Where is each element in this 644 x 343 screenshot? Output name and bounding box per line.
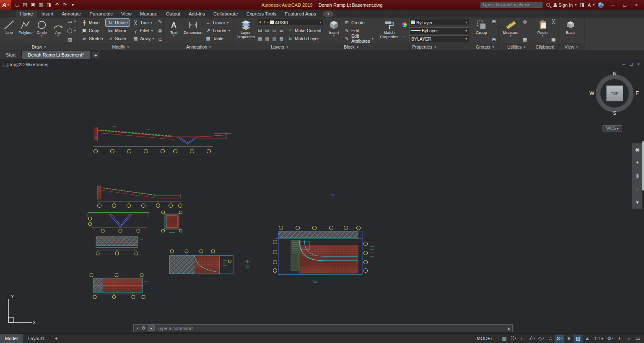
- arc-button[interactable]: Arc▾: [51, 18, 66, 43]
- viewport-minimize-icon[interactable]: –: [623, 62, 625, 67]
- text-button[interactable]: A Text▾: [165, 18, 182, 43]
- viewcube[interactable]: N S W E TOP: [593, 72, 636, 115]
- redo-icon[interactable]: ↷: [61, 1, 68, 8]
- help-icon[interactable]: ?: [598, 2, 604, 8]
- layer-isolate-tool-icon[interactable]: ▤: [264, 28, 270, 33]
- circle-button[interactable]: Circle▾: [34, 18, 49, 43]
- tab-manage[interactable]: Manage: [136, 10, 162, 18]
- isodraft-toggle[interactable]: ◇▾: [537, 335, 545, 343]
- qat-customize-icon[interactable]: ▾: [69, 1, 76, 8]
- plot-icon[interactable]: ◨: [45, 1, 52, 8]
- match-properties-button[interactable]: Match Properties: [379, 18, 399, 43]
- window-close-button[interactable]: ×: [631, 0, 642, 10]
- hatch-tool-icon[interactable]: ▨: [67, 37, 73, 42]
- orbit-icon[interactable]: ◌: [636, 186, 639, 192]
- base-button[interactable]: Base: [560, 18, 580, 43]
- ribbon-display-toggle[interactable]: ▾: [323, 11, 334, 17]
- object-snap-toggle[interactable]: ⊙▾: [555, 335, 564, 343]
- line-button[interactable]: Line: [2, 18, 17, 43]
- tab-annotate[interactable]: Annotate: [57, 10, 85, 18]
- layer-dropdown[interactable]: ● ☀ ▪ ARSIR ▾: [257, 19, 323, 26]
- move-button[interactable]: ╋Move: [80, 19, 104, 26]
- paste-button[interactable]: Paste▾: [536, 18, 549, 43]
- annotation-visibility-toggle[interactable]: ▲: [583, 335, 592, 343]
- model-tab[interactable]: Model: [0, 334, 23, 343]
- panel-label-block[interactable]: Block: [325, 44, 377, 50]
- panel-label-groups[interactable]: Groups: [471, 44, 499, 50]
- dimension-button[interactable]: Dimension: [184, 18, 203, 43]
- tab-output[interactable]: Output: [161, 10, 184, 18]
- drawing-canvas[interactable]: [0, 59, 644, 333]
- polyline-button[interactable]: Polyline: [18, 18, 33, 43]
- table-button[interactable]: ▦Table: [204, 35, 232, 42]
- color-wheel-icon[interactable]: [402, 22, 407, 27]
- ellipse-tool-icon[interactable]: ◯: [67, 28, 73, 34]
- workspace-switching-dropdown[interactable]: ⚙▾: [606, 335, 615, 343]
- layer-thaw-tool-icon[interactable]: ▤: [264, 36, 270, 41]
- linear-button[interactable]: ↔Linear▾: [204, 19, 232, 26]
- group-button[interactable]: Group: [473, 18, 490, 43]
- new-layout-button[interactable]: +: [50, 334, 63, 343]
- object-snap-tracking-toggle[interactable]: ∴: [546, 335, 555, 343]
- zoom-icon[interactable]: ⊕: [635, 173, 639, 179]
- cut-icon[interactable]: ╳: [551, 19, 556, 24]
- navbar-more-icon[interactable]: ▾: [636, 199, 639, 205]
- tab-insert[interactable]: Insert: [37, 10, 58, 18]
- insert-block-button[interactable]: Insert▾: [327, 18, 341, 43]
- polar-tracking-toggle[interactable]: ∠▾: [527, 335, 536, 343]
- model-space-toggle[interactable]: MODEL: [473, 336, 497, 341]
- viewcube-east[interactable]: E: [636, 90, 639, 96]
- file-tab-drawing[interactable]: Denah Ramp Lt Basement*: [22, 51, 90, 59]
- sign-in-button[interactable]: Sign In: [553, 3, 576, 8]
- tab-home[interactable]: Home: [16, 10, 37, 18]
- tab-parametric[interactable]: Parametric: [86, 10, 117, 18]
- lineweight-toggle[interactable]: ≡: [564, 335, 573, 343]
- window-minimize-button[interactable]: –: [607, 0, 619, 10]
- wcs-dropdown[interactable]: WCS: [602, 125, 622, 132]
- fillet-button[interactable]: ╭Fillet▾: [131, 27, 156, 34]
- panel-label-modify[interactable]: Modify: [78, 44, 163, 50]
- search-icon[interactable]: [546, 3, 550, 7]
- quick-calc-icon[interactable]: ▦: [522, 37, 528, 42]
- tab-featured-apps[interactable]: Featured Apps: [280, 10, 320, 18]
- make-current-button[interactable]: ✓Make Current: [286, 27, 323, 34]
- ungroup-icon[interactable]: ⊞: [491, 19, 497, 24]
- clean-screen-toggle[interactable]: ▭: [634, 335, 642, 343]
- new-file-icon[interactable]: □: [13, 1, 21, 8]
- file-tab-start[interactable]: Start: [0, 51, 22, 59]
- erase-icon[interactable]: ✎: [157, 19, 163, 24]
- object-color-dropdown[interactable]: ByLayer ▾: [409, 19, 469, 26]
- copy-button[interactable]: ▣Copy: [80, 27, 104, 34]
- steering-wheel-icon[interactable]: ◉: [635, 147, 639, 152]
- application-menu-button[interactable]: A: [0, 0, 11, 10]
- undo-icon[interactable]: ↶: [53, 1, 60, 8]
- annotation-monitor-toggle[interactable]: +: [615, 335, 624, 343]
- layer-walk-tool-icon[interactable]: ▤: [278, 36, 284, 41]
- ortho-toggle[interactable]: ∟: [518, 335, 527, 343]
- panel-label-layers[interactable]: Layers: [234, 44, 325, 50]
- app-store-icon[interactable]: ◨: [580, 2, 584, 8]
- create-block-button[interactable]: ⊞Create: [342, 19, 375, 26]
- layer-unisolate-tool-icon[interactable]: ▤: [257, 36, 263, 41]
- command-history-scroll-icon[interactable]: ▴: [507, 325, 510, 331]
- measure-button[interactable]: Measure▾: [501, 18, 521, 43]
- viewcube-top-face[interactable]: TOP: [606, 85, 623, 101]
- snap-toggle[interactable]: ⠿▾: [509, 335, 518, 343]
- command-close-icon[interactable]: ×: [136, 326, 139, 331]
- side-scrollbar[interactable]: [642, 141, 644, 191]
- viewport-restore-icon[interactable]: □: [630, 62, 633, 67]
- viewcube-west[interactable]: W: [589, 90, 594, 96]
- autodesk-account-icon[interactable]: A: [588, 3, 595, 8]
- tab-addins[interactable]: Add-ins: [184, 10, 209, 18]
- panel-label-annotation[interactable]: Annotation: [164, 44, 234, 50]
- edit-attributes-button[interactable]: ✎Edit Attributes▾: [342, 35, 375, 42]
- layer-lock-tool-icon[interactable]: ▤: [278, 28, 284, 33]
- tab-express-tools[interactable]: Express Tools: [242, 10, 280, 18]
- linetype-dropdown[interactable]: BYLAYER ▾: [409, 35, 469, 42]
- viewport-controls[interactable]: [-][Top][2D Wireframe]: [3, 62, 49, 67]
- id-point-icon[interactable]: ◎: [522, 19, 528, 24]
- rotate-button[interactable]: ↻Rotate: [106, 19, 130, 26]
- panel-label-utilities[interactable]: Utilities: [499, 44, 534, 50]
- offset-icon[interactable]: ◎: [157, 28, 163, 34]
- panel-label-view[interactable]: View: [558, 44, 584, 50]
